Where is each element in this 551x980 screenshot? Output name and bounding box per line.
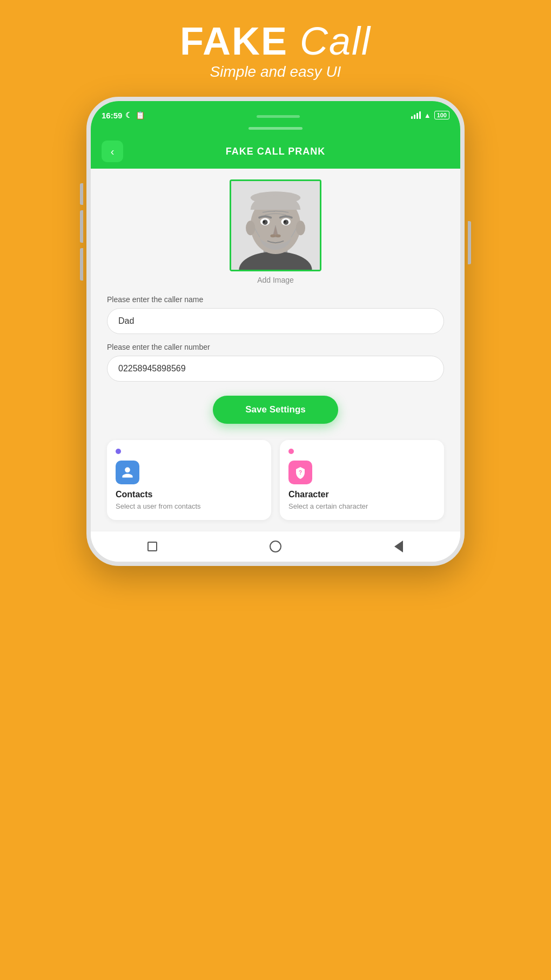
battery-indicator: 100: [434, 111, 449, 119]
add-image-label[interactable]: Add Image: [257, 276, 294, 284]
phone-frame: 16:59 ☾ 📋 ▲ 100 ‹ FAKE CAL: [86, 97, 465, 566]
nav-bar: [91, 531, 460, 562]
number-form-group: Please enter the caller number: [107, 343, 444, 382]
back-button[interactable]: ‹: [102, 141, 123, 162]
title-italic: Call: [300, 19, 371, 63]
app-title: FAKE Call: [180, 22, 371, 61]
svg-point-14: [246, 221, 255, 235]
moon-icon: ☾: [125, 111, 132, 119]
svg-point-11: [270, 234, 276, 237]
number-input[interactable]: [107, 356, 444, 382]
phone-notch: [91, 125, 460, 134]
message-icon: 📋: [136, 111, 145, 119]
profile-image-container[interactable]: Add Image: [230, 179, 321, 284]
character-icon: ?: [294, 466, 307, 479]
svg-point-10: [284, 221, 286, 223]
notch-area: [257, 115, 300, 118]
app-bar: ‹ FAKE CALL PRANK: [91, 134, 460, 169]
triangle-icon: [394, 541, 403, 552]
contacts-description: Select a user from contacts: [116, 502, 263, 511]
svg-point-15: [296, 221, 305, 235]
square-icon: [147, 542, 157, 551]
name-input[interactable]: [107, 308, 444, 334]
nav-back-button[interactable]: [391, 539, 406, 554]
contacts-card[interactable]: Contacts Select a user from contacts: [107, 440, 271, 520]
status-right: ▲ 100: [411, 111, 449, 119]
notch-pill: [248, 127, 303, 130]
character-icon-wrapper: ?: [288, 461, 312, 484]
app-header: FAKE Call Simple and easy UI: [180, 0, 371, 97]
app-bar-title: FAKE CALL PRANK: [226, 146, 326, 157]
nav-square-button[interactable]: [145, 539, 160, 554]
profile-image[interactable]: [230, 179, 321, 271]
side-button-volume-up: [80, 183, 83, 205]
name-form-group: Please enter the caller name: [107, 295, 444, 334]
time-display: 16:59: [102, 111, 122, 120]
svg-point-12: [276, 234, 281, 237]
title-bold: FAKE: [180, 19, 288, 63]
character-title: Character: [288, 490, 435, 499]
contacts-dot: [116, 449, 121, 454]
signal-bar-4: [419, 111, 421, 119]
svg-text:?: ?: [299, 470, 302, 476]
signal-bar-1: [411, 116, 413, 119]
svg-point-9: [263, 221, 265, 223]
number-label: Please enter the caller number: [107, 343, 444, 351]
side-button-volume-down: [80, 210, 83, 243]
app-subtitle: Simple and easy UI: [180, 63, 371, 81]
character-card[interactable]: ? Character Select a certain character: [280, 440, 444, 520]
nav-home-button[interactable]: [268, 539, 283, 554]
name-label: Please enter the caller name: [107, 295, 444, 304]
status-time: 16:59 ☾ 📋: [102, 111, 145, 120]
side-button-silent: [80, 248, 83, 281]
status-bar: 16:59 ☾ 📋 ▲ 100: [91, 101, 460, 125]
circle-icon: [270, 541, 281, 552]
character-description: Select a certain character: [288, 502, 435, 511]
save-button[interactable]: Save Settings: [213, 396, 338, 424]
side-button-power: [468, 221, 471, 264]
phone-wrapper: 16:59 ☾ 📋 ▲ 100 ‹ FAKE CAL: [86, 97, 465, 566]
character-dot: [288, 449, 294, 454]
phone-content: Add Image Please enter the caller name P…: [91, 169, 460, 531]
face-illustration: [231, 181, 320, 270]
contacts-icon: [121, 466, 134, 479]
contacts-icon-wrapper: [116, 461, 139, 484]
cards-container: Contacts Select a user from contacts ? C…: [107, 440, 444, 520]
signal-bar-3: [416, 113, 418, 119]
wifi-icon: ▲: [424, 111, 431, 119]
signal-bars: [411, 111, 421, 119]
contacts-title: Contacts: [116, 490, 263, 499]
signal-bar-2: [414, 115, 415, 119]
